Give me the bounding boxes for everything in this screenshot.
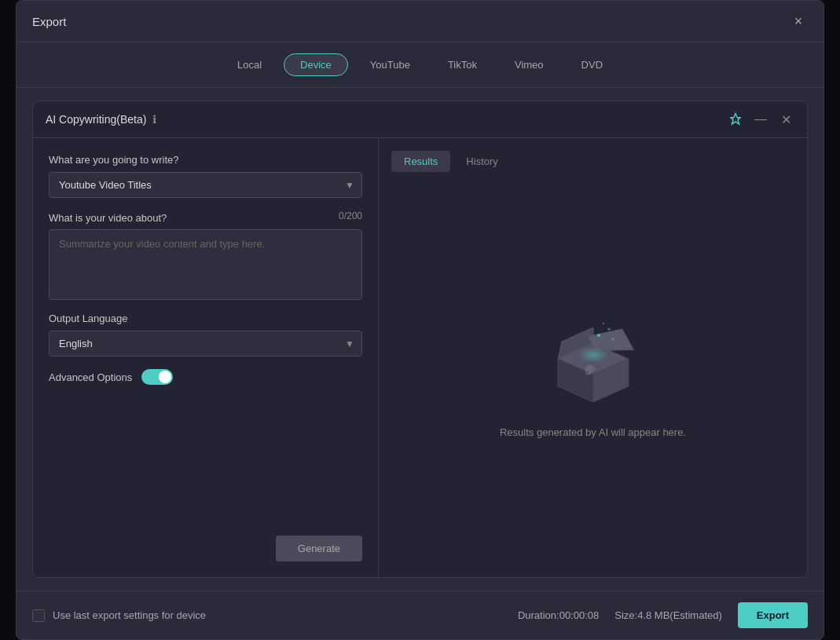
modal-title: Export [32,15,66,28]
video-about-textarea[interactable] [49,229,362,300]
export-tab-nav: Local Device YouTube TikTok Vimeo DVD [17,42,823,88]
language-label: Output Language [49,313,362,324]
empty-state-text: Results generated by AI will appear here… [500,426,686,438]
write-type-select[interactable]: Youtube Video Titles YouTube Description… [49,172,362,198]
advanced-options-label: Advanced Options [49,371,132,383]
tab-local[interactable]: Local [222,54,277,75]
duration-info: Duration:00:00:08 [518,609,599,621]
advanced-options-toggle[interactable] [141,369,173,385]
svg-point-6 [597,334,600,337]
results-tabs: Results History [391,151,794,172]
ai-panel-title: AI Copywriting(Beta) [46,113,146,126]
empty-box-icon [542,312,644,414]
export-button[interactable]: Export [738,602,808,628]
last-settings-checkbox[interactable] [32,609,45,622]
modal-close-button[interactable]: × [789,12,808,31]
results-tab-results[interactable]: Results [391,151,450,172]
char-count: 0/200 [339,210,362,221]
tab-device[interactable]: Device [284,53,348,76]
toggle-knob [159,371,171,383]
generate-button[interactable]: Generate [276,536,362,561]
minimize-icon[interactable]: — [752,111,769,128]
results-tab-history[interactable]: History [453,151,510,172]
info-icon[interactable]: ℹ [152,113,156,126]
svg-point-9 [611,338,614,340]
pin-icon[interactable] [727,111,744,128]
panel-close-icon[interactable]: ✕ [777,111,794,128]
ai-copywriting-panel: AI Copywriting(Beta) ℹ — ✕ [32,101,808,578]
svg-point-8 [603,323,604,324]
svg-point-7 [607,327,610,330]
tab-vimeo[interactable]: Vimeo [499,54,559,75]
tab-dvd[interactable]: DVD [566,54,618,75]
language-select[interactable]: English Spanish French German Chinese [49,331,362,357]
size-info: Size:4.8 MB(Estimated) [614,609,722,621]
svg-point-5 [578,347,609,363]
last-settings-label: Use last export settings for device [53,609,206,621]
empty-state: Results generated by AI will appear here… [391,185,794,565]
video-about-label: What is your video about? [49,212,167,224]
write-label: What are you going to write? [49,154,362,166]
tab-youtube[interactable]: YouTube [354,54,426,75]
svg-point-10 [585,371,589,375]
tab-tiktok[interactable]: TikTok [432,54,493,75]
